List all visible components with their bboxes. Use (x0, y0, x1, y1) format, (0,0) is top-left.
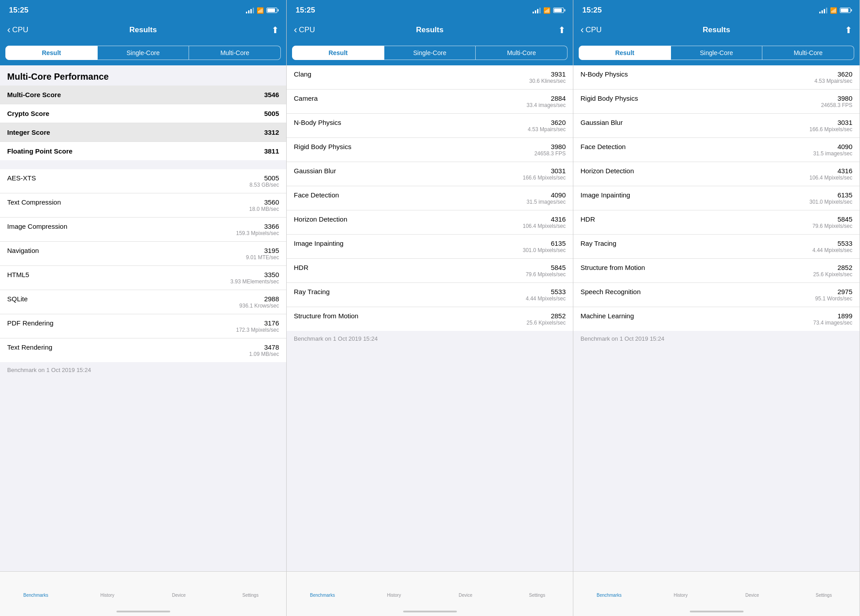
bottom-tab-benchmarks-3[interactable]: Benchmarks (573, 572, 645, 603)
home-indicator-2 (287, 608, 573, 616)
device-label-3: Device (745, 593, 759, 598)
metric-image-compression: Image Compression 3366 159.3 Mpixels/sec (0, 218, 286, 242)
score-value-multicore: 3546 (264, 91, 279, 98)
bottom-tab-settings-3[interactable]: Settings (788, 572, 860, 603)
signal-icon-1 (246, 7, 254, 13)
tab-single-core-2[interactable]: Single-Core (384, 46, 476, 60)
bottom-tab-benchmarks-2[interactable]: Benchmarks (287, 572, 358, 603)
metric-text-compression: Text Compression 3560 18.0 MB/sec (0, 193, 286, 218)
metric-camera: Camera 2884 33.4 images/sec (287, 90, 573, 114)
bottom-tab-history-1[interactable]: History (72, 572, 143, 603)
status-bar-2: 15:25 📶 (287, 0, 573, 20)
nav-title-3: Results (703, 26, 730, 34)
tab-result-2[interactable]: Result (292, 46, 384, 60)
benchmarks-label-2: Benchmarks (310, 593, 335, 598)
section-title-1: Multi-Core Performance (7, 72, 109, 81)
score-label-float: Floating Point Score (7, 147, 73, 155)
history-label-2: History (387, 593, 401, 598)
metric-list-3: N-Body Physics 3620 4.53 Mpairs/sec Rigi… (573, 65, 860, 331)
back-button-1[interactable]: ‹ CPU (7, 25, 28, 35)
score-label-integer: Integer Score (7, 128, 50, 136)
score-value-crypto: 5005 (264, 110, 279, 117)
metric-ray-2: Ray Tracing 5533 4.44 Mpixels/sec (287, 283, 573, 307)
bottom-tab-history-3[interactable]: History (645, 572, 717, 603)
score-table-1: Multi-Core Score 3546 Crypto Score 5005 … (0, 86, 286, 160)
nav-bar-3: ‹ CPU Results ⬆ (573, 20, 860, 42)
bottom-tab-device-2[interactable]: Device (430, 572, 502, 603)
status-bar-1: 15:25 📶 (0, 0, 286, 20)
tab-result-3[interactable]: Result (579, 46, 671, 60)
tab-single-core-3[interactable]: Single-Core (671, 46, 763, 60)
status-icons-1: 📶 (246, 7, 277, 14)
device-label-2: Device (459, 593, 473, 598)
bottom-tab-settings-2[interactable]: Settings (501, 572, 573, 603)
wifi-icon-3: 📶 (830, 7, 837, 14)
metric-list-2: Clang 3931 30.6 Klines/sec Camera 2884 3… (287, 65, 573, 331)
bottom-tab-device-3[interactable]: Device (717, 572, 788, 603)
bottom-tab-device-1[interactable]: Device (143, 572, 215, 603)
settings-label-2: Settings (529, 593, 545, 598)
tab-multi-core-3[interactable]: Multi-Core (762, 46, 854, 60)
device-label-1: Device (172, 593, 186, 598)
bottom-tab-bar-3: Benchmarks History (573, 571, 860, 608)
back-label-1: CPU (12, 26, 28, 34)
wifi-icon-2: 📶 (543, 7, 550, 14)
battery-icon-2 (553, 8, 564, 13)
metric-face-2: Face Detection 4090 31.5 images/sec (287, 186, 573, 210)
status-time-1: 15:25 (9, 6, 28, 15)
bottom-tab-benchmarks-1[interactable]: Benchmarks (0, 572, 72, 603)
bottom-tab-history-2[interactable]: History (358, 572, 430, 603)
content-3: N-Body Physics 3620 4.53 Mpairs/sec Rigi… (573, 65, 860, 571)
bottom-tab-settings-1[interactable]: Settings (215, 572, 286, 603)
metric-inpainting-3: Image Inpainting 6135 301.0 Mpixels/sec (573, 186, 860, 210)
metric-gaussian-2: Gaussian Blur 3031 166.6 Mpixels/sec (287, 162, 573, 186)
content-2: Clang 3931 30.6 Klines/sec Camera 2884 3… (287, 65, 573, 571)
nav-bar-2: ‹ CPU Results ⬆ (287, 20, 573, 42)
benchmarks-label-3: Benchmarks (597, 593, 622, 598)
metric-hdr-2: HDR 5845 79.6 Mpixels/sec (287, 259, 573, 283)
back-arrow-icon-3: ‹ (580, 25, 584, 35)
status-time-3: 15:25 (582, 6, 602, 15)
share-button-1[interactable]: ⬆ (271, 25, 279, 35)
back-button-2[interactable]: ‹ CPU (294, 25, 315, 35)
tab-multi-core-1[interactable]: Multi-Core (189, 46, 281, 60)
home-indicator-1 (0, 608, 286, 616)
status-icons-2: 📶 (533, 7, 564, 14)
history-label-1: History (100, 593, 114, 598)
wifi-icon-1: 📶 (257, 7, 264, 14)
share-button-2[interactable]: ⬆ (558, 25, 566, 35)
metric-hdr-3: HDR 5845 79.6 Mpixels/sec (573, 210, 860, 235)
share-button-3[interactable]: ⬆ (845, 25, 852, 35)
score-value-integer: 3312 (264, 128, 279, 136)
score-row-integer: Integer Score 3312 (0, 123, 286, 142)
metric-text-rendering: Text Rendering 3478 1.09 MB/sec (0, 338, 286, 362)
content-1: Multi-Core Performance Multi-Core Score … (0, 65, 286, 571)
nav-bar-wrapper-2: ‹ CPU Results ⬆ Result Single-Core Multi… (287, 20, 573, 65)
bottom-tab-bar-1: Benchmarks History (0, 571, 286, 608)
settings-label-1: Settings (242, 593, 258, 598)
status-icons-3: 📶 (819, 7, 851, 14)
metric-sfm-2: Structure from Motion 2852 25.6 Kpixels/… (287, 307, 573, 331)
score-value-float: 3811 (264, 147, 279, 155)
nav-bar-1: ‹ CPU Results ⬆ (0, 20, 286, 42)
settings-label-3: Settings (816, 593, 832, 598)
tab-result-1[interactable]: Result (5, 46, 98, 60)
tab-segment-2: Result Single-Core Multi-Core (287, 42, 573, 65)
status-time-2: 15:25 (296, 6, 315, 15)
signal-icon-3 (819, 7, 827, 13)
home-indicator-3 (573, 608, 860, 616)
tab-single-core-1[interactable]: Single-Core (98, 46, 189, 60)
nav-bar-wrapper-1: ‹ CPU Results ⬆ Result Single-Core Multi… (0, 20, 286, 65)
back-arrow-icon-1: ‹ (7, 25, 10, 35)
nav-title-2: Results (416, 26, 443, 34)
benchmark-date-2: Benchmark on 1 Oct 2019 15:24 (287, 331, 573, 346)
benchmarks-label-1: Benchmarks (23, 593, 48, 598)
metric-nbody-2: N-Body Physics 3620 4.53 Mpairs/sec (287, 114, 573, 138)
back-button-3[interactable]: ‹ CPU (580, 25, 602, 35)
metric-gaussian-3: Gaussian Blur 3031 166.6 Mpixels/sec (573, 114, 860, 138)
tab-multi-core-2[interactable]: Multi-Core (476, 46, 568, 60)
metric-nbody-3: N-Body Physics 3620 4.53 Mpairs/sec (573, 65, 860, 90)
metric-pdf: PDF Rendering 3176 172.3 Mpixels/sec (0, 314, 286, 338)
metric-horizon-2: Horizon Detection 4316 106.4 Mpixels/sec (287, 210, 573, 235)
metric-sqlite: SQLite 2988 936.1 Krows/sec (0, 290, 286, 314)
